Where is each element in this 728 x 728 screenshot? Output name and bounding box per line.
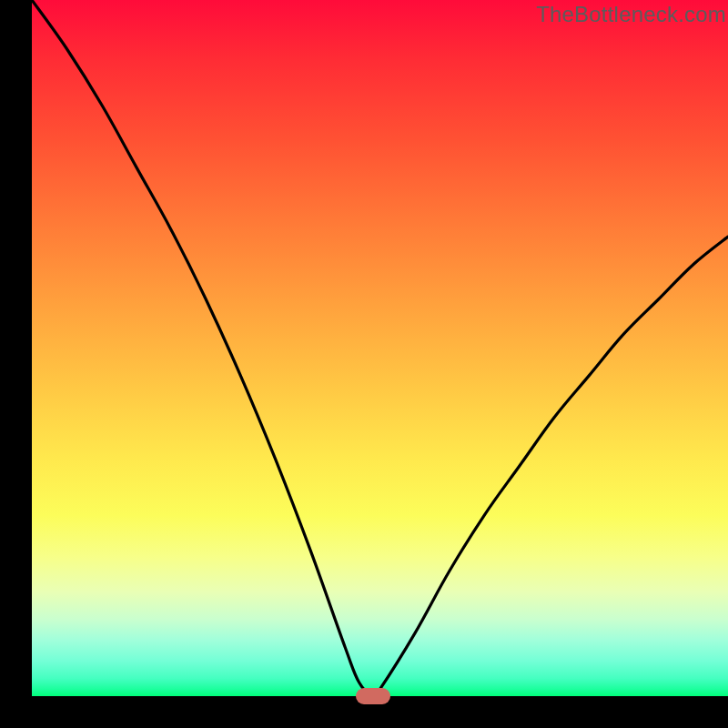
plot-area: TheBottleneck.com bbox=[32, 0, 728, 696]
bottleneck-curve bbox=[32, 0, 728, 696]
chart-frame: TheBottleneck.com bbox=[0, 0, 728, 728]
curve-path bbox=[32, 0, 728, 696]
optimal-marker bbox=[356, 688, 390, 704]
